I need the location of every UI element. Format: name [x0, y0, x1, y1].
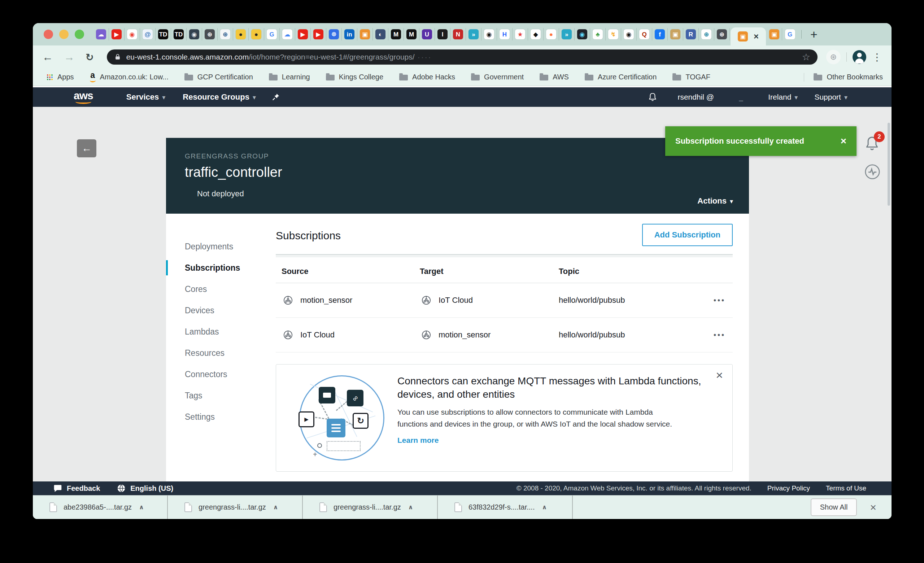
nav-region-menu[interactable]: Ireland: [768, 93, 798, 102]
pinned-tab[interactable]: N: [450, 28, 466, 40]
bookmark-item[interactable]: AWS: [540, 73, 569, 81]
language-selector[interactable]: English (US): [117, 484, 173, 493]
pinned-tab[interactable]: H: [497, 28, 513, 40]
pinned-tab[interactable]: ▣: [766, 28, 782, 40]
pinned-tab[interactable]: TD: [171, 28, 187, 40]
pinned-tab[interactable]: ♣: [590, 28, 606, 40]
card-close-icon[interactable]: [716, 369, 723, 381]
pinned-tab[interactable]: G: [782, 28, 798, 40]
pinned-tab[interactable]: ◉: [574, 28, 590, 40]
download-item[interactable]: 63f832d29f-s....tar....: [438, 496, 573, 519]
sidebar-item[interactable]: Tags: [166, 385, 274, 406]
pinned-tab[interactable]: »: [466, 28, 482, 40]
add-subscription-button[interactable]: Add Subscription: [642, 224, 733, 246]
pinned-tab[interactable]: ☁: [93, 28, 109, 40]
sidebar-item[interactable]: Cores: [166, 279, 274, 300]
minimize-window-button[interactable]: [59, 30, 69, 39]
pinned-tab[interactable]: M: [404, 28, 419, 40]
tab-close-icon[interactable]: [754, 32, 759, 41]
pinned-tab[interactable]: @: [140, 28, 156, 40]
pinned-tab[interactable]: R: [683, 28, 699, 40]
pinned-tab[interactable]: ☸: [326, 28, 342, 40]
feedback-button[interactable]: Feedback: [53, 484, 100, 493]
nav-account-menu[interactable]: rsendhil @: [678, 93, 714, 102]
chevron-up-icon[interactable]: [408, 503, 413, 511]
other-bookmarks[interactable]: Other Bookmarks: [813, 73, 883, 81]
chevron-up-icon[interactable]: [273, 503, 278, 511]
nav-resource-groups-menu[interactable]: Resource Groups: [183, 92, 256, 102]
pinned-tab[interactable]: ⊕: [699, 28, 714, 40]
close-window-button[interactable]: [44, 30, 53, 39]
bookmark-item[interactable]: TOGAF: [672, 73, 710, 81]
privacy-policy-link[interactable]: Privacy Policy: [767, 484, 810, 492]
row-actions-button[interactable]: [714, 331, 733, 339]
pinned-tab[interactable]: Q: [637, 28, 652, 40]
pinned-tab[interactable]: ●: [233, 28, 249, 40]
active-tab[interactable]: ▣: [730, 27, 766, 45]
show-all-button[interactable]: Show All: [811, 499, 857, 516]
browser-menu-icon[interactable]: [872, 51, 882, 63]
pinned-tab[interactable]: ●: [249, 28, 264, 40]
pinned-tab[interactable]: I: [435, 28, 450, 40]
pinned-tab[interactable]: ↯: [606, 28, 621, 40]
bookmark-item[interactable]: GCP Certification: [184, 73, 253, 81]
scrollbar-thumb[interactable]: [888, 123, 890, 206]
notifications-bell-icon[interactable]: 2: [863, 134, 882, 154]
nav-services-menu[interactable]: Services: [126, 92, 166, 102]
pinned-tab[interactable]: »: [559, 28, 574, 40]
pinned-tab[interactable]: f: [652, 28, 668, 40]
sidebar-item[interactable]: Resources: [166, 343, 274, 364]
sidebar-item[interactable]: Settings: [166, 406, 274, 428]
pinned-tab[interactable]: ★: [513, 28, 528, 40]
pinned-tab[interactable]: G: [264, 28, 280, 40]
pinned-tab[interactable]: ▶: [109, 28, 124, 40]
pinned-tab[interactable]: ●: [544, 28, 559, 40]
bookmark-item[interactable]: Learning: [269, 73, 310, 81]
pinned-tab[interactable]: U: [419, 28, 435, 40]
download-item[interactable]: greengrass-li....tar.gz: [303, 496, 438, 519]
pinned-tab[interactable]: ▣: [668, 28, 683, 40]
pinned-tab[interactable]: ☁: [280, 28, 295, 40]
sidebar-item[interactable]: Connectors: [166, 364, 274, 385]
sidebar-item[interactable]: Lambdas: [166, 321, 274, 343]
pinned-tab[interactable]: ⊕: [714, 28, 730, 40]
nav-bell-icon[interactable]: [647, 92, 658, 102]
download-item[interactable]: greengrass-li....tar.gz: [168, 496, 303, 519]
pinned-tab[interactable]: ⊕: [218, 28, 233, 40]
bookmark-item[interactable]: Amazon.co.uk: Low...: [90, 72, 168, 82]
reload-button[interactable]: [86, 52, 94, 63]
bookmark-item[interactable]: Azure Certification: [585, 73, 657, 81]
pinned-tab[interactable]: TD: [156, 28, 171, 40]
pinned-tab[interactable]: ◉: [482, 28, 497, 40]
pinned-tab[interactable]: in: [342, 28, 357, 40]
bookmark-star-icon[interactable]: [802, 52, 810, 63]
new-tab-button[interactable]: [805, 28, 823, 40]
pinned-tab[interactable]: ◐: [373, 28, 388, 40]
zoom-window-button[interactable]: [75, 30, 84, 39]
back-button[interactable]: [42, 52, 53, 63]
aws-logo[interactable]: aws: [74, 91, 93, 104]
sidebar-item[interactable]: Subscriptions: [166, 257, 274, 279]
extension-icon[interactable]: [826, 50, 841, 64]
pinned-tab[interactable]: ◉: [187, 28, 202, 40]
pinned-tab[interactable]: M: [388, 28, 404, 40]
downloads-close-icon[interactable]: [870, 502, 876, 513]
pin-icon[interactable]: [271, 92, 280, 102]
pinned-tab[interactable]: ◉: [621, 28, 637, 40]
chevron-up-icon[interactable]: [139, 503, 144, 511]
actions-menu-button[interactable]: Actions: [698, 196, 733, 206]
download-item[interactable]: abe23986a5-....tar.gz: [33, 496, 168, 519]
health-pulse-icon[interactable]: [864, 163, 881, 182]
address-bar[interactable]: eu-west-1.console.aws.amazon.com /iot/ho…: [107, 49, 818, 64]
bookmark-item[interactable]: Kings College: [326, 73, 383, 81]
forward-button[interactable]: [64, 52, 75, 63]
learn-more-link[interactable]: Learn more: [398, 436, 438, 445]
sidebar-item[interactable]: Devices: [166, 300, 274, 321]
toast-close-icon[interactable]: [841, 136, 846, 146]
pinned-tab[interactable]: ▶: [295, 28, 311, 40]
pinned-tab[interactable]: ◆: [528, 28, 544, 40]
bookmark-item[interactable]: Apps: [46, 73, 74, 81]
bookmark-item[interactable]: Government: [471, 73, 524, 81]
pinned-tab[interactable]: ◉: [124, 28, 140, 40]
bookmark-item[interactable]: Adobe Hacks: [399, 73, 455, 81]
